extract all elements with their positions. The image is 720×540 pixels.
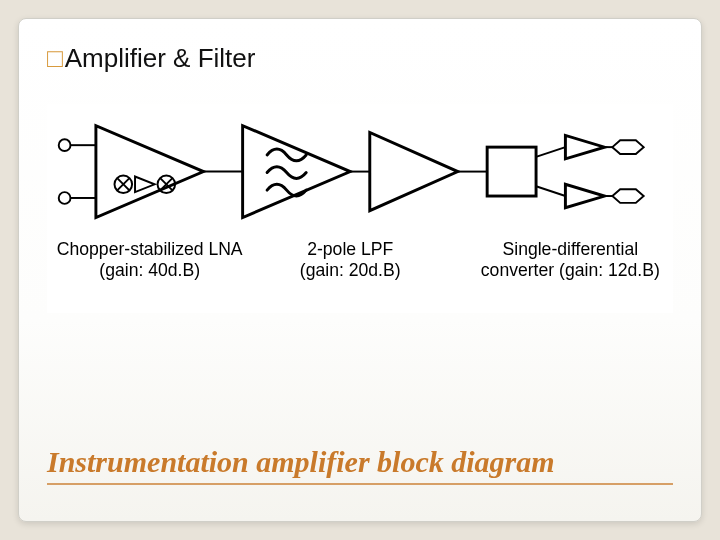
slide-title: Amplifier & Filter	[65, 43, 256, 73]
svg-marker-15	[370, 132, 458, 210]
label-lpf-gain: (gain: 20d.B)	[300, 260, 401, 280]
svg-rect-17	[487, 147, 536, 196]
slide-card: □Amplifier & Filter	[18, 18, 702, 522]
svg-marker-20	[565, 135, 604, 158]
diagram-container: Chopper-stabilized LNA (gain: 40d.B) 2-p…	[47, 104, 673, 313]
bullet-icon: □	[47, 43, 63, 73]
svg-point-1	[59, 192, 71, 204]
svg-line-19	[536, 186, 565, 196]
block-diagram: Chopper-stabilized LNA (gain: 40d.B) 2-p…	[47, 108, 673, 313]
svg-marker-21	[565, 184, 604, 207]
svg-marker-4	[96, 126, 204, 218]
block-lpf	[243, 126, 488, 218]
svg-marker-25	[612, 189, 643, 203]
block-lna	[59, 126, 243, 218]
label-lna-gain: (gain: 40d.B)	[99, 260, 200, 280]
svg-marker-13	[243, 126, 351, 218]
svg-marker-24	[612, 140, 643, 154]
svg-point-0	[59, 139, 71, 151]
label-conv-name: Single-differential	[502, 239, 638, 259]
slide-title-row: □Amplifier & Filter	[47, 43, 673, 74]
slide-subtitle: Instrumentation amplifier block diagram	[47, 445, 673, 486]
svg-line-18	[536, 147, 565, 157]
label-lna-name: Chopper-stabilized LNA	[57, 239, 243, 259]
label-lpf-name: 2-pole LPF	[307, 239, 393, 259]
label-conv-gain: converter (gain: 12d.B)	[481, 260, 660, 280]
block-converter	[487, 135, 644, 207]
slide-background: □Amplifier & Filter	[0, 0, 720, 540]
